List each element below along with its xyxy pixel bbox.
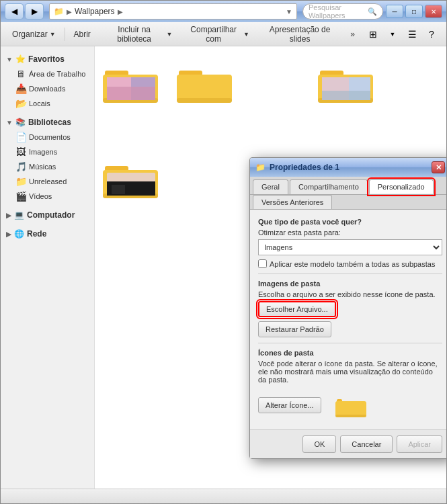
sidebar-item-desktop[interactable]: 🖥 Área de Trabalho — [1, 67, 94, 81]
network-text: Rede — [27, 229, 46, 239]
spacer-1 — [249, 53, 303, 108]
network-section: ▶ 🌐 Rede — [1, 226, 94, 241]
computer-header[interactable]: ▶ 💻 Computador — [1, 208, 94, 222]
favorites-header[interactable]: ▼ ⭐ Favoritos — [1, 52, 94, 67]
cancelar-button[interactable]: Cancelar — [340, 435, 393, 453]
aplicar-button[interactable]: Aplicar — [397, 435, 442, 453]
search-icon: 🔍 — [368, 7, 377, 16]
back-button[interactable]: ◀ — [5, 3, 24, 19]
checkbox-row: Aplicar este modelo também a todas as su… — [258, 259, 442, 268]
network-icon: 🌐 — [14, 229, 24, 239]
svg-rect-9 — [177, 98, 232, 103]
folder-svg-4 — [101, 151, 162, 200]
address-dropdown[interactable]: ▼ — [286, 8, 292, 15]
favorites-arrow: ▼ — [6, 56, 13, 63]
ok-button[interactable]: OK — [302, 435, 336, 453]
folder-svg-3 — [317, 56, 377, 104]
sidebar-item-unreleased[interactable]: 📁 Unreleased — [1, 174, 94, 189]
divider-2 — [258, 343, 442, 343]
minimize-button[interactable]: ─ — [386, 5, 403, 18]
computer-arrow: ▶ — [6, 212, 11, 219]
favorites-text: Favoritos — [28, 54, 65, 64]
folder-preview-icon — [335, 389, 368, 421]
dialog-tabs-row1: Geral Compartilhamento Personalizado — [250, 177, 446, 195]
organize-button[interactable]: Organizar ▼ — [6, 25, 62, 44]
libraries-arrow: ▼ — [6, 119, 13, 126]
desktop-icon: 🖥 — [15, 69, 26, 79]
tab-versoes[interactable]: Versões Anteriores — [253, 195, 332, 209]
escolher-arquivo-button[interactable]: Escolher Arquivo... — [258, 301, 336, 317]
share-button[interactable]: Compartilhar com ▼ — [179, 25, 255, 44]
view-dropdown-button[interactable]: ▼ — [383, 26, 402, 43]
section-icones-label: Ícones de pasta — [258, 349, 442, 357]
unreleased-icon: 📁 — [15, 176, 26, 187]
folder-item-2[interactable] — [175, 53, 236, 108]
search-bar[interactable]: Pesquisar Wallpapers 🔍 — [302, 3, 383, 19]
restaurar-padrao-button[interactable]: Restaurar Padrão — [258, 321, 331, 337]
computer-icon: 💻 — [14, 210, 24, 220]
address-bar[interactable]: 📁 ▶ Wallpapers ▶ ▼ — [49, 3, 297, 19]
open-button[interactable]: Abrir — [68, 25, 97, 44]
dialog-close-button[interactable]: ✕ — [432, 161, 445, 173]
toolbar-divider-1 — [65, 28, 65, 41]
sidebar-musicas-label: Músicas — [29, 163, 56, 171]
forward-button[interactable]: ▶ — [25, 3, 44, 19]
nav-buttons: ◀ ▶ — [5, 3, 44, 19]
libraries-header[interactable]: ▼ 📚 Bibliotecas — [1, 115, 94, 130]
more-button[interactable]: » — [344, 25, 361, 44]
dialog-folder-icon: 📁 — [255, 163, 266, 172]
sidebar-item-documentos[interactable]: 📄 Documentos — [1, 130, 94, 144]
sidebar-item-videos[interactable]: 🎬 Vídeos — [1, 189, 94, 204]
sidebar-imagens-label: Imagens — [29, 148, 57, 156]
sidebar-item-imagens[interactable]: 🖼 Imagens — [1, 144, 94, 159]
sidebar-unreleased-label: Unreleased — [29, 177, 67, 185]
address-arrow: ▶ — [67, 8, 72, 15]
divider-1 — [258, 274, 442, 274]
icones-label: Você pode alterar o ícone da pasta. Se a… — [258, 360, 442, 384]
address-text: Wallpapers — [75, 7, 115, 16]
network-arrow: ▶ — [6, 230, 11, 238]
folder-item-1[interactable] — [101, 53, 162, 108]
details-pane-button[interactable]: ☰ — [403, 26, 421, 43]
folder-item-4[interactable] — [101, 149, 162, 204]
btn-row-1: Escolher Arquivo... — [258, 301, 442, 317]
documentos-icon: 📄 — [15, 132, 26, 142]
view-change-button[interactable]: ⊞ — [364, 26, 382, 43]
btn-row-2: Restaurar Padrão — [258, 321, 442, 337]
locais-icon: 📂 — [15, 98, 26, 109]
maximize-button[interactable]: □ — [405, 5, 423, 18]
folder-svg-1 — [101, 56, 162, 104]
folder-item-3[interactable] — [317, 53, 377, 108]
dialog-footer: OK Cancelar Aplicar — [250, 429, 446, 458]
sidebar-item-musicas[interactable]: 🎵 Músicas — [1, 159, 94, 174]
subpastas-checkbox[interactable] — [258, 259, 267, 268]
folder-svg-2 — [175, 56, 236, 104]
downloads-icon: 📥 — [15, 83, 26, 94]
tab-geral[interactable]: Geral — [253, 179, 288, 194]
imagens-icon: 🖼 — [15, 146, 26, 157]
content-area: 📁 Propriedades de 1 ✕ Geral Compartilham… — [95, 46, 446, 489]
alterar-icone-button[interactable]: Alterar Ícone... — [258, 397, 321, 413]
include-library-button[interactable]: Incluir na biblioteca ▼ — [98, 25, 179, 44]
slideshow-button[interactable]: Apresentação de slides — [257, 25, 343, 44]
dialog-title: Propriedades de 1 — [270, 163, 339, 172]
checkbox-label: Aplicar este modelo também a todas as su… — [270, 260, 435, 268]
title-bar: ◀ ▶ 📁 ▶ Wallpapers ▶ ▼ Pesquisar Wallpap… — [1, 1, 446, 22]
tab-compartilhamento[interactable]: Compartilhamento — [290, 179, 368, 194]
favorites-section: ▼ ⭐ Favoritos 🖥 Área de Trabalho 📥 Downl… — [1, 52, 94, 111]
alterar-row: Alterar Ícone... — [258, 389, 442, 421]
favorites-label: ⭐ — [15, 54, 26, 64]
computer-section: ▶ 💻 Computador — [1, 208, 94, 222]
sidebar-item-locais[interactable]: 📂 Locais — [1, 96, 94, 111]
sidebar: ▼ ⭐ Favoritos 🖥 Área de Trabalho 📥 Downl… — [1, 46, 95, 489]
network-header[interactable]: ▶ 🌐 Rede — [1, 226, 94, 241]
otimizar-select[interactable]: Imagens — [258, 239, 442, 255]
escolha-label: Escolha o arquivo a ser exibido nesse íc… — [258, 290, 442, 298]
videos-icon: 🎬 — [15, 191, 26, 202]
sidebar-item-downloads[interactable]: 📥 Downloads — [1, 81, 94, 96]
help-button[interactable]: ? — [422, 26, 441, 43]
include-arrow: ▼ — [166, 31, 172, 38]
view-buttons: ⊞ ▼ ☰ ? — [364, 26, 441, 43]
tab-personalizado[interactable]: Personalizado — [369, 179, 434, 194]
close-button[interactable]: ✕ — [425, 5, 442, 18]
